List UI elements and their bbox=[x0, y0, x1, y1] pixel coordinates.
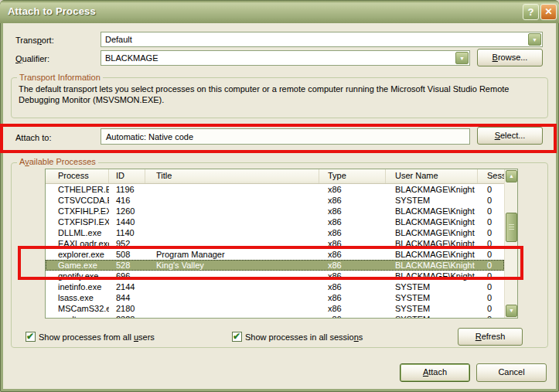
cell-title: Program Manager bbox=[145, 249, 319, 260]
help-button[interactable]: ? bbox=[523, 4, 539, 20]
qualifier-combobox[interactable]: BLACKMAGE ▼ bbox=[101, 50, 470, 66]
cancel-button[interactable]: Cancel bbox=[476, 363, 547, 382]
cell-process: MSCamS32.exe bbox=[46, 303, 109, 314]
chevron-down-icon[interactable]: ▼ bbox=[528, 33, 541, 46]
cell-title bbox=[145, 292, 319, 303]
cell-id: 952 bbox=[109, 238, 145, 249]
process-row[interactable]: EAXLoadr.exe952x86BLACKMAGE\Knight0 bbox=[46, 238, 504, 249]
cell-title bbox=[145, 281, 319, 292]
check-icon: ✔ bbox=[26, 331, 34, 342]
cell-process: DLLML.exe bbox=[46, 227, 109, 238]
close-button[interactable]: ✕ bbox=[540, 4, 557, 20]
cell-user: BLACKMAGE\Knight bbox=[386, 260, 478, 271]
cell-user: BLACKMAGE\Knight bbox=[386, 227, 478, 238]
cell-title bbox=[145, 314, 319, 318]
cell-id: 528 bbox=[109, 260, 145, 271]
cell-type: x86 bbox=[319, 271, 386, 281]
cell-user: SYSTEM bbox=[386, 314, 478, 318]
column-header-process[interactable]: Process bbox=[46, 169, 109, 183]
vertical-scrollbar[interactable]: ▲ ▼ bbox=[504, 169, 517, 318]
cell-id: 696 bbox=[109, 271, 145, 281]
process-row[interactable]: explorer.exe508Program Managerx86BLACKMA… bbox=[46, 249, 504, 260]
cell-process: CTHELPER.EXE bbox=[46, 184, 109, 195]
show-all-users-label: Show processes from all users bbox=[39, 332, 155, 342]
cell-user: SYSTEM bbox=[386, 292, 478, 303]
scroll-down-icon[interactable]: ▼ bbox=[506, 305, 517, 317]
cell-session: 0 bbox=[478, 281, 504, 292]
cell-title bbox=[145, 271, 319, 281]
cell-type: x86 bbox=[319, 184, 386, 195]
cell-process: inetinfo.exe bbox=[46, 281, 109, 292]
cell-type: x86 bbox=[319, 281, 386, 292]
column-header-title[interactable]: Title bbox=[145, 169, 319, 183]
process-row[interactable]: lsass.exe844x86SYSTEM0 bbox=[46, 292, 504, 303]
cell-user: SYSTEM bbox=[386, 195, 478, 206]
cell-type: x86 bbox=[319, 238, 386, 249]
process-row[interactable]: CTXFISPI.EXE1440x86BLACKMAGE\Knight0 bbox=[46, 216, 504, 227]
process-row[interactable]: gnotify.exe696x86BLACKMAGE\Knight0 bbox=[46, 271, 504, 281]
attach-to-field[interactable]: Automatic: Native code bbox=[101, 128, 470, 145]
process-list: Process ID Title Type User Name Session … bbox=[45, 169, 518, 319]
window-title: Attach to Process bbox=[8, 5, 96, 17]
transport-value: Default bbox=[101, 32, 542, 44]
column-header-user[interactable]: User Name bbox=[386, 169, 478, 183]
process-list-body: CTHELPER.EXE1196x86BLACKMAGE\Knight0CTSV… bbox=[46, 184, 504, 318]
scrollbar-thumb[interactable] bbox=[506, 213, 517, 242]
process-row[interactable]: CTHELPER.EXE1196x86BLACKMAGE\Knight0 bbox=[46, 184, 504, 195]
transport-info-line1: The default transport lets you select pr… bbox=[19, 84, 509, 94]
cell-process: CTSVCCDA.EXE bbox=[46, 195, 109, 206]
qualifier-label: Qualifier: bbox=[15, 54, 49, 63]
cell-id: 1440 bbox=[109, 216, 145, 227]
process-row[interactable]: Game.exe528King's Valleyx86BLACKMAGE\Kni… bbox=[46, 260, 504, 271]
cell-session: 0 bbox=[478, 184, 504, 195]
cell-session: 0 bbox=[478, 227, 504, 238]
scroll-up-icon[interactable]: ▲ bbox=[506, 170, 517, 182]
transport-label: Transport: bbox=[15, 36, 54, 45]
process-row[interactable]: CTSVCCDA.EXE416x86SYSTEM0 bbox=[46, 195, 504, 206]
show-all-sessions-checkbox[interactable]: ✔ bbox=[232, 332, 242, 342]
cell-session: 0 bbox=[478, 260, 504, 271]
process-list-header: Process ID Title Type User Name Session bbox=[46, 169, 504, 184]
process-row[interactable]: MSCamS32.exe2180x86SYSTEM0 bbox=[46, 303, 504, 314]
cell-process: gnotify.exe bbox=[46, 271, 109, 281]
cell-session: 0 bbox=[478, 206, 504, 216]
column-header-session[interactable]: Session bbox=[478, 169, 504, 183]
process-row[interactable]: DLLML.exe1140x86BLACKMAGE\Knight0 bbox=[46, 227, 504, 238]
cell-type: x86 bbox=[319, 216, 386, 227]
show-all-users-checkbox[interactable]: ✔ bbox=[26, 332, 36, 342]
cell-title: King's Valley bbox=[145, 260, 319, 271]
cell-process: explorer.exe bbox=[46, 249, 109, 260]
column-header-id[interactable]: ID bbox=[109, 169, 145, 183]
check-icon: ✔ bbox=[233, 331, 240, 342]
help-icon: ? bbox=[528, 6, 534, 18]
column-header-type[interactable]: Type bbox=[319, 169, 386, 183]
cell-id: 1140 bbox=[109, 227, 145, 238]
cell-type: x86 bbox=[319, 249, 386, 260]
cell-id: 508 bbox=[109, 249, 145, 260]
cell-type: x86 bbox=[319, 314, 386, 318]
process-row[interactable]: inetinfo.exe2144x86SYSTEM0 bbox=[46, 281, 504, 292]
attach-button[interactable]: Attach bbox=[400, 363, 470, 382]
cell-process: msdtc.exe bbox=[46, 314, 109, 318]
refresh-button[interactable]: Refresh bbox=[458, 328, 523, 346]
cell-process: EAXLoadr.exe bbox=[46, 238, 109, 249]
process-row[interactable]: CTXFIHLP.EXE1260x86BLACKMAGE\Knight0 bbox=[46, 206, 504, 216]
browse-button[interactable]: Browse... bbox=[477, 49, 543, 66]
cell-process: CTXFIHLP.EXE bbox=[46, 206, 109, 216]
chevron-down-icon[interactable]: ▼ bbox=[455, 52, 469, 64]
cell-title bbox=[145, 195, 319, 206]
select-button[interactable]: Select... bbox=[477, 127, 543, 145]
process-row[interactable]: msdtc.exe2328x86SYSTEM0 bbox=[46, 314, 504, 318]
cell-type: x86 bbox=[319, 206, 386, 216]
available-processes-title: Available Processes bbox=[17, 157, 98, 166]
transport-info-line2: Debugging Monitor (MSVSMON.EXE). bbox=[19, 95, 164, 104]
cell-process: CTXFISPI.EXE bbox=[46, 216, 109, 227]
cell-user: BLACKMAGE\Knight bbox=[386, 271, 478, 281]
cell-type: x86 bbox=[319, 303, 386, 314]
cell-user: BLACKMAGE\Knight bbox=[386, 249, 478, 260]
cell-id: 1196 bbox=[109, 184, 145, 195]
attach-to-label: Attach to: bbox=[15, 133, 51, 142]
cell-title bbox=[145, 238, 319, 249]
transport-combobox[interactable]: Default ▼ bbox=[101, 32, 543, 47]
cell-type: x86 bbox=[319, 292, 386, 303]
